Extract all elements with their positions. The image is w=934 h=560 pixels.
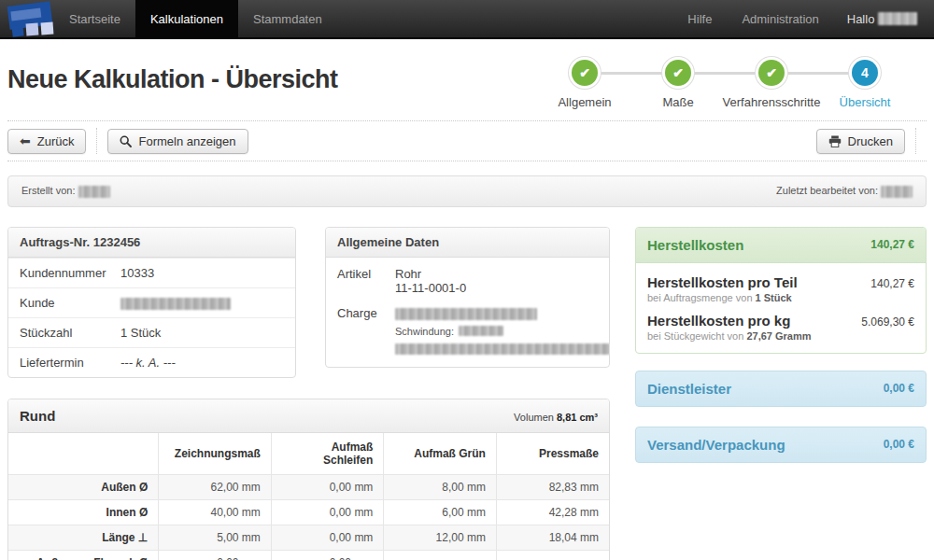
redacted-creator [78,186,110,198]
volume-label: Volumen [514,412,554,423]
nav-item-startseite[interactable]: Startseite [54,0,135,37]
step-masse[interactable]: ✔ Maße [631,60,725,109]
top-navbar: Startseite Kalkulationen Stammdaten Hilf… [0,0,934,39]
row-value: 10333 [120,266,154,280]
order-panel-title: Auftrags-Nr. 1232456 [8,228,295,258]
general-panel-title: Allgemeine Daten [326,228,609,258]
check-icon: ✔ [572,60,598,86]
toolbar-divider [96,128,97,154]
back-button[interactable]: ⬅︎ Zurück [7,129,86,154]
cost-item-per-part: Herstellkosten pro Teil 140,27 € [647,274,914,290]
check-icon: ✔ [665,60,691,86]
shipping-packaging-panel[interactable]: Versand/Verpackung 0,00 € [635,427,927,463]
row-value: 1 Stück [120,326,161,340]
nav-item-administration[interactable]: Administration [727,12,833,26]
dimensions-panel-header: Rund Volumen 8,81 cm³ [8,399,609,433]
schwindung-label: Schwindung: [395,326,454,337]
back-button-label: Zurück [37,134,75,148]
last-edited-by-label: Zuletzt bearbeitet von: [776,185,878,196]
cell-value: 0,00 mm [271,499,384,525]
cell-value: 0,00 mm [271,474,384,499]
nav-item-stammdaten[interactable]: Stammdaten [238,0,337,37]
toolbar-divider [915,128,916,154]
row-label: Außen am Flansch Ø [8,550,159,560]
general-row-charge: Charge Schwindung: [337,306,598,356]
cell-value: 12,00 mm [384,525,497,550]
manufacturing-costs-panel: Herstellkosten 140,27 € Herstellkosten p… [635,227,927,354]
column-header: Zeichnungsmaß [159,433,272,475]
row-label: Artikel [337,267,395,295]
logo-shape [41,22,54,35]
cell-value: 6,00 mm [384,499,497,525]
row-label: Innen Ø [8,499,159,525]
app-logo[interactable] [0,0,54,37]
redacted-editor [881,186,913,198]
toolbar: ⬅︎ Zurück Formeln anzeigen Drucken [7,120,927,161]
search-icon [120,135,132,147]
cell-value [496,550,609,560]
redacted-charge-detail [395,343,610,355]
order-row-stueckzahl: Stückzahl 1 Stück [8,317,295,347]
row-label: Kunde [20,296,120,310]
row-label: Liefertermin [20,356,120,370]
redacted-schwindung [459,326,503,336]
printer-icon [828,135,842,147]
cell-value: 18,04 mm [496,525,609,550]
row-label: Außen Ø [8,474,159,499]
order-panel: Auftrags-Nr. 1232456 Kundennummer 10333 … [7,227,296,378]
costs-title: Herstellkosten [647,237,743,253]
check-icon: ✔ [758,60,785,86]
created-by: Erstellt von: [21,185,110,198]
redacted-username [878,12,917,25]
show-formulas-button[interactable]: Formeln anzeigen [107,129,248,154]
logo-shape [26,23,39,36]
row-label: Länge ⊥ [8,525,159,550]
print-button[interactable]: Drucken [816,129,905,154]
column-header-empty [8,433,159,475]
service-provider-amount: 0,00 € [884,382,914,395]
cell-value: 62,00 mm [159,474,272,499]
cost-item-per-kg: Herstellkosten pro kg 5.069,30 € [647,313,914,329]
meta-bar: Erstellt von: Zuletzt bearbeitet von: [7,175,927,207]
user-greeting[interactable]: Hallo [834,12,934,26]
step-number-badge: 4 [852,60,878,86]
manufacturing-costs-header[interactable]: Herstellkosten 140,27 € [636,228,926,263]
step-allgemein[interactable]: ✔ Allgemein [538,60,631,109]
dimensions-panel: Rund Volumen 8,81 cm³ Zeichnungsmaß Aufm… [7,399,610,560]
redacted-customer [120,298,231,310]
dimensions-title: Rund [20,408,55,424]
column-header: Aufmaß Schleifen [271,433,384,475]
cell-value: 0,00 mm [271,525,384,550]
service-provider-title: Dienstleister [647,381,731,397]
show-formulas-label: Formeln anzeigen [138,134,235,148]
wizard-steps: ✔ Allgemein ✔ Maße ✔ Verfahrensschritte … [538,60,912,109]
step-verfahrensschritte[interactable]: ✔ Verfahrensschritte [725,60,818,109]
shipping-packaging-amount: 0,00 € [884,438,914,451]
artikel-name: Rohr [395,267,466,281]
cell-value: 0,00 mm [159,550,272,560]
volume-value: 8,81 cm³ [557,412,598,423]
arrow-left-icon: ⬅︎ [20,134,31,147]
cell-value: 40,00 mm [159,499,272,525]
step-label: Allgemein [558,95,611,109]
step-label: Maße [662,95,693,109]
order-row-kunde: Kunde [8,287,295,317]
table-row: Außen Ø 62,00 mm 0,00 mm 8,00 mm 82,83 m… [8,474,609,499]
cell-value: 42,28 mm [496,499,609,525]
table-header-row: Zeichnungsmaß Aufmaß Schleifen Aufmaß Gr… [8,433,609,475]
page-header: Neue Kalkulation - Übersicht ✔ Allgemein… [0,39,934,109]
step-label: Verfahrensschritte [723,95,821,109]
nav-item-hilfe[interactable]: Hilfe [672,12,727,26]
cost-item-name: Herstellkosten pro kg [647,313,790,329]
nav-item-kalkulationen[interactable]: Kalkulationen [135,0,238,37]
cell-value: 0,00 mm [271,550,384,560]
table-row: Länge ⊥ 5,00 mm 0,00 mm 12,00 mm 18,04 m… [8,525,609,550]
service-provider-panel[interactable]: Dienstleister 0,00 € [635,371,927,407]
column-header: Pressmaße [496,433,609,475]
cost-item-name: Herstellkosten pro Teil [647,274,798,290]
general-data-panel: Allgemeine Daten Artikel Rohr 11-11-0001… [325,227,610,368]
step-uebersicht[interactable]: 4 Übersicht [818,60,912,109]
created-by-label: Erstellt von: [21,185,75,196]
row-value: --- k. A. --- [120,356,176,370]
row-label: Charge [337,306,395,356]
